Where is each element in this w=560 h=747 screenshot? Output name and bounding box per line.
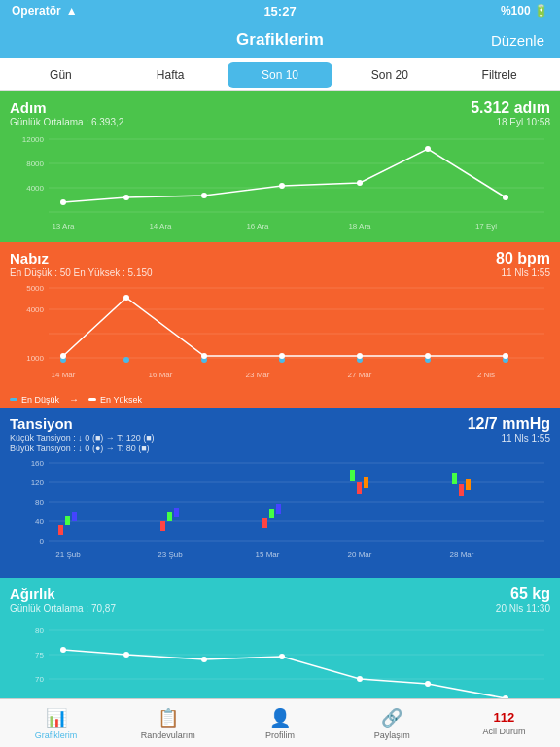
svg-point-13 — [503, 195, 508, 200]
svg-text:40: 40 — [35, 517, 44, 526]
filter-tab-bar: Gün Hafta Son 10 Son 20 Filtrele — [0, 58, 560, 91]
svg-point-27 — [123, 357, 129, 363]
acildurum-label: Acil Durum — [482, 727, 525, 736]
tab-son10[interactable]: Son 10 — [228, 62, 333, 88]
tansiyon-chart: 160 120 80 40 0 — [10, 455, 550, 567]
nabiz-chart: 5000 4000 1000 14 Mar 16 Mar 23 Mar — [10, 280, 550, 392]
bottom-tab-profilim[interactable]: 👤 Profilim — [224, 707, 335, 740]
adim-value: 5.312 adım — [471, 99, 550, 117]
svg-point-9 — [201, 193, 207, 198]
nabiz-value: 80 bpm — [496, 250, 550, 267]
nav-edit-button[interactable]: Düzenle — [491, 32, 544, 49]
paylasim-label: Paylaşım — [374, 730, 410, 740]
battery-label: %100 — [501, 4, 531, 18]
svg-point-10 — [279, 183, 285, 189]
svg-text:1000: 1000 — [26, 354, 44, 363]
tansiyon-date: 11 Nls 1:55 — [468, 433, 550, 444]
svg-rect-68 — [459, 484, 464, 496]
svg-rect-69 — [466, 479, 471, 490]
wifi-icon: ▲ — [66, 4, 78, 18]
adim-date: 18 Eyl 10:58 — [471, 117, 550, 127]
svg-rect-58 — [160, 521, 165, 531]
tab-filtrele[interactable]: Filtrele — [446, 62, 552, 88]
bottom-tab-bar: 📊 Grafiklerim 📋 Randevularım 👤 Profilim … — [0, 698, 560, 747]
status-time: 15:27 — [263, 4, 296, 18]
svg-rect-55 — [58, 525, 63, 535]
svg-text:4000: 4000 — [26, 305, 44, 314]
svg-text:8000: 8000 — [26, 160, 44, 168]
tansiyon-card: Tansiyon Küçük Tansiyon : ↓ 0 (■) → T: 1… — [0, 408, 560, 578]
bottom-tab-randevularim[interactable]: 📋 Randevularım — [112, 707, 224, 740]
adim-title: Adım — [10, 99, 123, 116]
tansiyon-title: Tansiyon — [10, 415, 155, 432]
svg-text:80: 80 — [35, 498, 44, 507]
svg-rect-65 — [357, 482, 362, 494]
svg-text:18 Ara: 18 Ara — [348, 222, 371, 231]
svg-rect-67 — [452, 473, 457, 484]
bottom-tab-grafiklerim[interactable]: 📊 Grafiklerim — [0, 707, 112, 740]
profilim-icon: 👤 — [269, 707, 291, 729]
battery-icon: 🔋 — [534, 4, 548, 18]
nabiz-header: Nabız En Düşük : 50 En Yüksek : 5.150 80… — [10, 250, 550, 278]
randevularim-icon: 📋 — [158, 707, 179, 729]
svg-rect-62 — [269, 509, 274, 518]
svg-rect-57 — [72, 512, 77, 521]
acildurum-icon: 112 — [494, 710, 515, 725]
grafiklerim-icon: 📊 — [46, 707, 67, 729]
svg-text:13 Ara: 13 Ara — [52, 222, 75, 231]
main-content: Adım Günlük Ortalama : 6.393,2 5.312 adı… — [0, 91, 560, 698]
svg-point-11 — [357, 180, 363, 186]
nabiz-subtitle: En Düşük : 50 En Yüksek : 5.150 — [10, 267, 153, 278]
svg-rect-59 — [167, 512, 172, 521]
svg-text:4000: 4000 — [26, 184, 44, 193]
operator-label: Operatör — [12, 4, 61, 18]
tab-hafta[interactable]: Hafta — [118, 62, 224, 88]
svg-point-37 — [357, 353, 363, 359]
tab-son20[interactable]: Son 20 — [336, 62, 442, 88]
svg-text:12000: 12000 — [22, 135, 45, 144]
svg-text:14 Mar: 14 Mar — [52, 371, 76, 379]
svg-point-35 — [201, 353, 207, 359]
svg-point-87 — [357, 676, 363, 682]
agirlik-subtitle: Günlük Ortalama : 70,87 — [10, 603, 116, 614]
svg-text:17 Eyl: 17 Eyl — [475, 222, 497, 231]
legend-en-yuksek: En Yüksek — [88, 395, 142, 405]
svg-text:5000: 5000 — [26, 284, 44, 293]
svg-text:16 Mar: 16 Mar — [149, 371, 173, 379]
profilim-label: Profilim — [265, 730, 295, 740]
svg-point-85 — [201, 657, 207, 662]
agirlik-header: Ağırlık Günlük Ortalama : 70,87 65 kg 20… — [10, 586, 550, 614]
nabiz-legend: En Düşük → En Yüksek — [10, 394, 550, 405]
paylasim-icon: 🔗 — [381, 707, 402, 729]
svg-text:120: 120 — [31, 479, 45, 487]
svg-text:16 Ara: 16 Ara — [246, 222, 269, 231]
nabiz-title: Nabız — [10, 250, 153, 267]
svg-text:70: 70 — [35, 675, 44, 684]
svg-text:15 Mar: 15 Mar — [256, 551, 280, 559]
agirlik-date: 20 Nls 11:30 — [496, 603, 550, 614]
svg-point-36 — [279, 353, 285, 359]
adim-header: Adım Günlük Ortalama : 6.393,2 5.312 adı… — [10, 99, 550, 127]
status-bar: Operatör ▲ 15:27 %100 🔋 — [0, 0, 560, 21]
svg-text:23 Şub: 23 Şub — [158, 551, 183, 559]
tansiyon-header: Tansiyon Küçük Tansiyon : ↓ 0 (■) → T: 1… — [10, 415, 550, 453]
svg-point-38 — [425, 353, 431, 359]
svg-point-12 — [425, 146, 431, 152]
svg-text:14 Ara: 14 Ara — [149, 222, 172, 231]
svg-rect-66 — [364, 477, 368, 488]
agirlik-card: Ağırlık Günlük Ortalama : 70,87 65 kg 20… — [0, 578, 560, 698]
bottom-tab-paylasim[interactable]: 🔗 Paylaşım — [336, 707, 448, 740]
svg-text:80: 80 — [35, 626, 44, 635]
tansiyon-subtitle2: Büyük Tansiyon : ↓ 0 (●) → T: 80 (■) — [10, 444, 155, 453]
status-left: Operatör ▲ — [12, 4, 78, 18]
adim-chart: 12000 8000 4000 13 Ara 14 Ara 16 Ara 18 … — [10, 129, 550, 236]
svg-text:27 Mar: 27 Mar — [348, 371, 372, 379]
svg-rect-56 — [65, 516, 70, 525]
nabiz-card: Nabız En Düşük : 50 En Yüksek : 5.150 80… — [0, 242, 560, 408]
svg-point-86 — [279, 654, 285, 659]
tab-gun[interactable]: Gün — [8, 62, 114, 88]
svg-rect-60 — [174, 508, 179, 517]
bottom-tab-acildurum[interactable]: 112 Acil Durum — [448, 710, 560, 736]
svg-point-33 — [60, 353, 66, 359]
svg-point-88 — [425, 681, 431, 687]
